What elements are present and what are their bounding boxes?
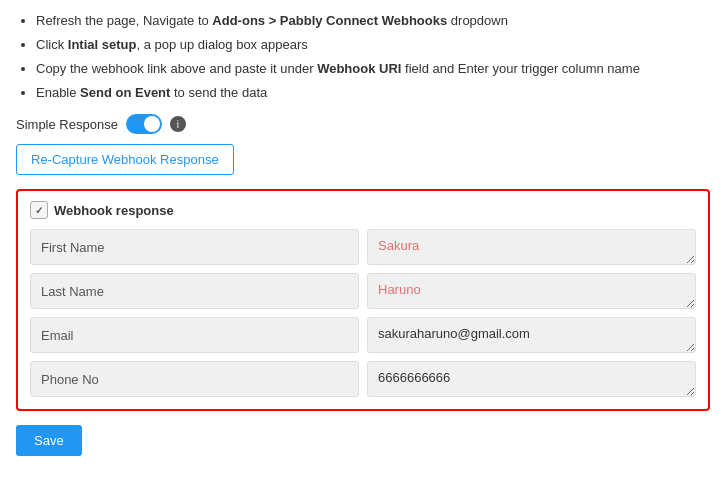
- instruction-item-4: Enable Send on Event to send the data: [36, 82, 710, 104]
- field-value-firstname[interactable]: Sakura: [367, 229, 696, 265]
- field-label-firstname: First Name: [30, 229, 359, 265]
- table-row: Email sakuraharuno@gmail.com: [30, 317, 696, 353]
- table-row: First Name Sakura: [30, 229, 696, 265]
- save-button[interactable]: Save: [16, 425, 82, 456]
- simple-response-row: Simple Response i: [16, 114, 710, 134]
- table-row: Phone No 6666666666: [30, 361, 696, 397]
- field-value-email[interactable]: sakuraharuno@gmail.com: [367, 317, 696, 353]
- info-icon[interactable]: i: [170, 116, 186, 132]
- field-value-lastname[interactable]: Haruno: [367, 273, 696, 309]
- collapse-icon[interactable]: ✓: [30, 201, 48, 219]
- recapture-webhook-button[interactable]: Re-Capture Webhook Response: [16, 144, 234, 175]
- webhook-uri-bold: Webhook URI: [317, 61, 401, 76]
- webhook-fields-grid: First Name Sakura Last Name Haruno Email…: [30, 229, 696, 397]
- table-row: Last Name Haruno: [30, 273, 696, 309]
- instructions-list: Refresh the page, Navigate to Add-ons > …: [16, 10, 710, 104]
- webhook-response-title: Webhook response: [54, 203, 174, 218]
- instruction-item-3: Copy the webhook link above and paste it…: [36, 58, 710, 80]
- webhook-response-container: ✓ Webhook response First Name Sakura Las…: [16, 189, 710, 411]
- field-label-phoneno: Phone No: [30, 361, 359, 397]
- addon-link-bold: Add-ons > Pabbly Connect Webhooks: [212, 13, 447, 28]
- instruction-item-1: Refresh the page, Navigate to Add-ons > …: [36, 10, 710, 32]
- simple-response-toggle[interactable]: [126, 114, 162, 134]
- field-value-phoneno[interactable]: 6666666666: [367, 361, 696, 397]
- field-label-lastname: Last Name: [30, 273, 359, 309]
- field-label-email: Email: [30, 317, 359, 353]
- initial-setup-bold: Intial setup: [68, 37, 137, 52]
- simple-response-label: Simple Response: [16, 117, 118, 132]
- instruction-item-2: Click Intial setup, a pop up dialog box …: [36, 34, 710, 56]
- send-on-event-bold: Send on Event: [80, 85, 170, 100]
- webhook-response-header: ✓ Webhook response: [30, 201, 696, 219]
